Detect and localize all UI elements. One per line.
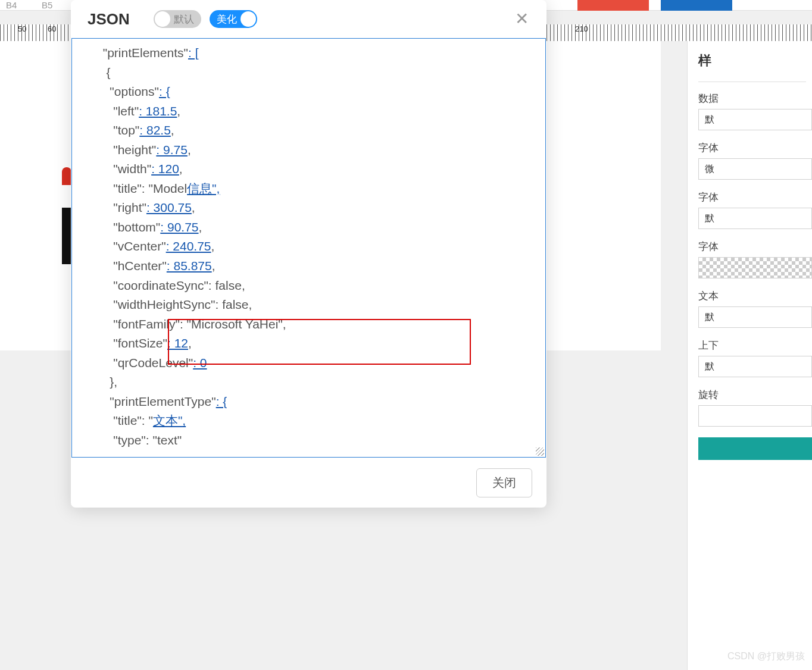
json-key: "width" bbox=[113, 162, 151, 176]
toggle-default[interactable]: 默认 bbox=[154, 10, 201, 28]
json-key: "title": " bbox=[113, 414, 153, 427]
json-key: "top" bbox=[113, 123, 139, 137]
toggle-knob bbox=[155, 11, 170, 27]
toggle-default-label: 默认 bbox=[174, 12, 194, 26]
json-link[interactable]: : 12 bbox=[167, 336, 188, 350]
json-key: "fontSize" bbox=[113, 336, 167, 350]
json-link[interactable]: : 300.75 bbox=[146, 201, 192, 214]
json-link[interactable]: : [ bbox=[188, 46, 199, 60]
json-key: "height" bbox=[113, 143, 156, 156]
json-link[interactable]: : 82.5 bbox=[139, 123, 171, 137]
json-link[interactable]: 信息", bbox=[187, 181, 220, 195]
json-modal: JSON 默认 美化 ✕ "printElements": [ { "optio… bbox=[71, 0, 546, 508]
json-link[interactable]: : 90.75 bbox=[160, 220, 198, 234]
json-link[interactable]: : { bbox=[159, 84, 170, 98]
json-key: "coordinateSync": false, bbox=[113, 278, 245, 292]
json-key: "printElementType" bbox=[110, 395, 216, 408]
json-brace: { bbox=[107, 65, 111, 79]
json-link[interactable]: : 240.75 bbox=[166, 239, 211, 253]
json-key: "vCenter" bbox=[113, 239, 165, 253]
json-link[interactable]: : 120 bbox=[151, 162, 179, 176]
json-link[interactable]: : 85.875 bbox=[167, 259, 212, 273]
json-link[interactable]: : { bbox=[216, 395, 227, 408]
toggle-beautify-label: 美化 bbox=[217, 12, 237, 26]
json-key: "left" bbox=[113, 104, 139, 118]
json-link[interactable]: : 0 bbox=[193, 356, 207, 370]
modal-footer: 关闭 bbox=[71, 458, 546, 508]
json-key: "hCenter" bbox=[113, 259, 167, 273]
json-link[interactable]: : 181.5 bbox=[139, 104, 177, 118]
json-key: "fontFamily": "Microsoft YaHei", bbox=[113, 317, 286, 331]
resize-grip-icon[interactable] bbox=[536, 447, 544, 456]
toggle-knob bbox=[241, 11, 256, 27]
json-key: "options" bbox=[110, 84, 159, 98]
close-icon[interactable]: ✕ bbox=[515, 11, 529, 27]
json-key: "type": "text" bbox=[113, 433, 182, 447]
json-link[interactable]: 文本", bbox=[153, 414, 186, 427]
json-key: "title": "Model bbox=[113, 181, 187, 195]
modal-header: JSON 默认 美化 ✕ bbox=[71, 0, 546, 38]
json-key: "qrCodeLevel" bbox=[113, 356, 193, 370]
json-viewer[interactable]: "printElements": [ { "options": { "left"… bbox=[71, 38, 546, 458]
modal-title: JSON bbox=[88, 10, 130, 29]
json-key: "widthHeightSync": false, bbox=[113, 298, 252, 311]
json-brace: }, bbox=[110, 375, 117, 389]
toggle-beautify[interactable]: 美化 bbox=[210, 10, 257, 28]
json-link[interactable]: : 9.75 bbox=[156, 143, 188, 156]
json-key: "bottom" bbox=[113, 220, 160, 234]
json-key: "right" bbox=[113, 201, 146, 214]
json-key: "printElements" bbox=[103, 46, 188, 60]
close-button[interactable]: 关闭 bbox=[476, 468, 532, 497]
json-content[interactable]: "printElements": [ { "options": { "left"… bbox=[72, 39, 545, 457]
